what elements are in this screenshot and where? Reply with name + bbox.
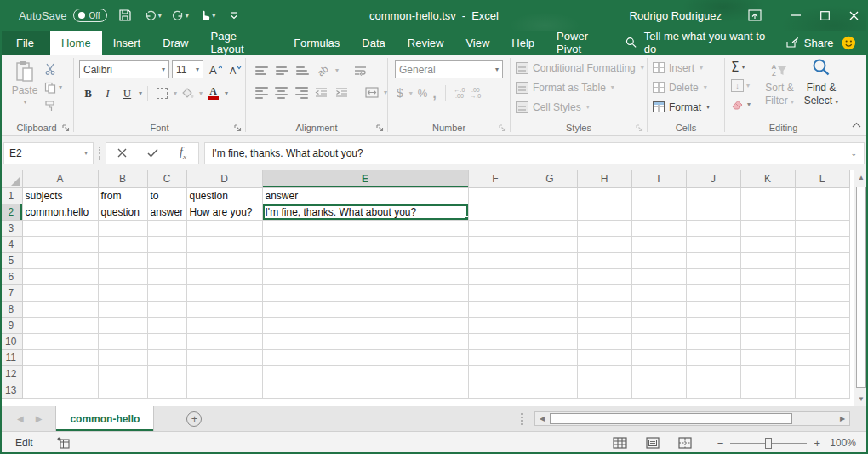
formula-bar-grip[interactable] [99, 147, 100, 160]
cancel-button[interactable] [106, 143, 137, 164]
cell-C1[interactable]: to [147, 187, 186, 204]
cell-G12[interactable] [523, 365, 577, 382]
cell-F6[interactable] [468, 268, 523, 284]
bold-button[interactable]: B [79, 84, 97, 102]
autosave-switch[interactable]: Off [73, 9, 107, 22]
cell-D8[interactable] [186, 301, 262, 317]
sheet-tab[interactable]: common-hello [55, 406, 154, 431]
cell-I4[interactable] [631, 236, 686, 252]
cell-H1[interactable] [577, 187, 631, 204]
cell-H5[interactable] [577, 252, 631, 268]
conditional-formatting-button[interactable]: Conditional Formatting ▾ [511, 58, 647, 78]
cell-F7[interactable] [468, 284, 523, 301]
cell-B12[interactable] [98, 365, 147, 382]
scroll-left-icon[interactable]: ◀ [535, 412, 549, 425]
clipboard-dialog-launcher[interactable] [62, 124, 71, 133]
cell-C7[interactable] [147, 284, 186, 301]
row-header-4[interactable]: 4 [0, 236, 22, 252]
cell-J9[interactable] [686, 317, 740, 333]
cell-F10[interactable] [468, 333, 523, 349]
cell-G7[interactable] [523, 284, 577, 301]
cell-B8[interactable] [98, 301, 147, 317]
cell-C2[interactable]: answer [147, 204, 186, 220]
cell-K12[interactable] [740, 365, 795, 382]
cell-K11[interactable] [740, 349, 795, 365]
cell-B3[interactable] [98, 220, 147, 236]
insert-cells-button[interactable]: Insert ▾ [648, 58, 724, 78]
cell-L9[interactable] [795, 317, 849, 333]
column-header-C[interactable]: C [147, 170, 186, 187]
merge-center-button[interactable] [363, 83, 380, 101]
increase-decimal-icon[interactable]: ←.0.00 [454, 87, 465, 99]
minimize-button[interactable] [781, 0, 810, 31]
cell-B7[interactable] [98, 284, 147, 301]
cell-L6[interactable] [795, 268, 849, 284]
cell-F5[interactable] [468, 252, 523, 268]
page-layout-view-icon[interactable] [646, 437, 660, 449]
comma-style-icon[interactable]: , [432, 86, 436, 101]
cell-L3[interactable] [795, 220, 849, 236]
cell-I6[interactable] [631, 268, 686, 284]
cell-F12[interactable] [468, 365, 523, 382]
tab-data[interactable]: Data [351, 31, 396, 55]
cell-D3[interactable] [186, 220, 262, 236]
sheet-nav-right-icon[interactable]: ▶ [36, 414, 43, 423]
cell-A5[interactable] [22, 252, 98, 268]
horizontal-scrollbar[interactable]: ◀ ▶ [534, 411, 850, 426]
cell-C4[interactable] [147, 236, 186, 252]
cell-G5[interactable] [523, 252, 577, 268]
cell-C6[interactable] [147, 268, 186, 284]
cell-J5[interactable] [686, 252, 740, 268]
percent-style-icon[interactable]: % [418, 87, 428, 100]
cell-I2[interactable] [631, 204, 686, 220]
cell-E11[interactable] [262, 349, 468, 365]
cell-J10[interactable] [686, 333, 740, 349]
paste-dropdown-icon[interactable]: ▾ [23, 98, 26, 106]
column-header-B[interactable]: B [98, 170, 147, 187]
align-middle-button[interactable] [273, 61, 291, 79]
cell-I10[interactable] [631, 333, 686, 349]
cell-A13[interactable] [22, 382, 98, 398]
cell-L12[interactable] [795, 365, 849, 382]
cell-L7[interactable] [795, 284, 849, 301]
zoom-slider[interactable] [730, 437, 807, 449]
tab-power-pivot[interactable]: Power Pivot [545, 31, 625, 55]
cell-D9[interactable] [186, 317, 262, 333]
cell-B9[interactable] [98, 317, 147, 333]
autosum-dropdown-icon[interactable]: ▾ [741, 63, 745, 71]
page-break-preview-icon[interactable] [678, 437, 692, 449]
cell-H6[interactable] [577, 268, 631, 284]
zoom-level[interactable]: 100% [827, 437, 856, 449]
cell-G9[interactable] [523, 317, 577, 333]
cell-H12[interactable] [577, 365, 631, 382]
cell-K3[interactable] [740, 220, 795, 236]
column-header-L[interactable]: L [795, 170, 849, 187]
cell-K8[interactable] [740, 301, 795, 317]
cell-E4[interactable] [262, 236, 468, 252]
cell-K5[interactable] [740, 252, 795, 268]
formula-bar-expand-icon[interactable]: ⌄ [850, 149, 857, 158]
tell-me-box[interactable]: Tell me what you want to do [625, 30, 777, 55]
format-cells-button[interactable]: Format ▾ [648, 97, 724, 117]
tab-view[interactable]: View [454, 31, 500, 55]
row-header-9[interactable]: 9 [0, 317, 22, 333]
row-header-1[interactable]: 1 [0, 187, 22, 204]
cell-J2[interactable] [686, 204, 740, 220]
cell-J13[interactable] [686, 382, 740, 398]
cell-G11[interactable] [523, 349, 577, 365]
touch-mode-dropdown-icon[interactable]: ▾ [212, 12, 215, 20]
cell-E3[interactable] [262, 220, 468, 236]
save-button[interactable] [116, 4, 134, 26]
cell-B13[interactable] [98, 382, 147, 398]
cell-F9[interactable] [468, 317, 523, 333]
cell-I3[interactable] [631, 220, 686, 236]
cell-I9[interactable] [631, 317, 686, 333]
format-painter-button[interactable] [44, 99, 62, 113]
touch-mouse-mode-button[interactable]: ▾ [197, 4, 216, 26]
column-header-F[interactable]: F [468, 170, 523, 187]
number-format-select[interactable]: General ▾ [395, 60, 503, 78]
vertical-scroll-thumb[interactable] [856, 187, 866, 388]
cell-L2[interactable] [795, 204, 849, 220]
cell-E1[interactable]: answer [262, 187, 468, 204]
cell-K10[interactable] [740, 333, 795, 349]
